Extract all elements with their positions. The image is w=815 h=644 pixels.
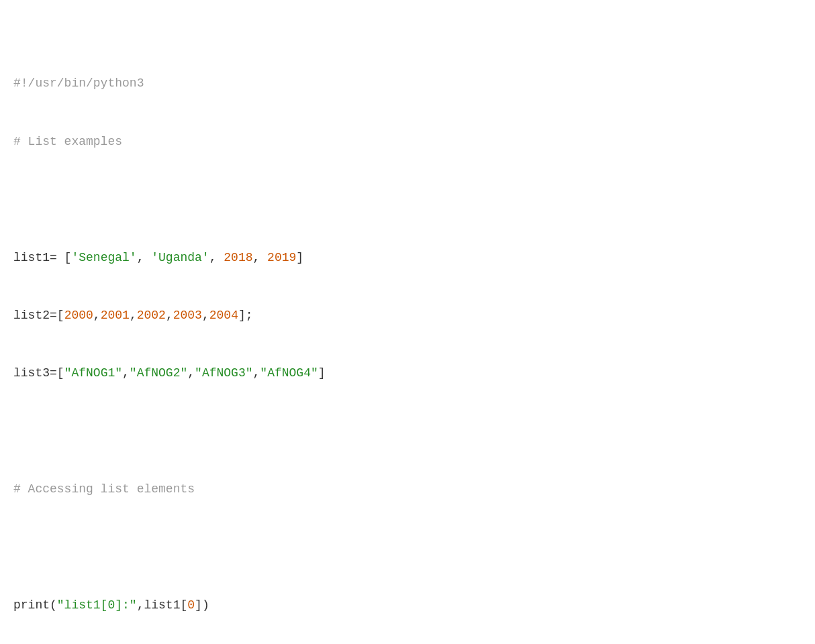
line-print1: print("list1[0]:",list1[0]) [13, 596, 802, 615]
line-blank3 [13, 538, 802, 557]
line-shebang: #!/usr/bin/python3 [13, 74, 802, 93]
line-blank2 [13, 422, 802, 441]
line-list3: list3=["AfNOG1","AfNOG2","AfNOG3","AfNOG… [13, 364, 802, 383]
line-list1: list1= ['Senegal', 'Uganda', 2018, 2019] [13, 248, 802, 268]
code-editor: #!/usr/bin/python3 # List examples list1… [13, 16, 802, 644]
line-comment2: # Accessing list elements [13, 480, 802, 499]
comment1-text: # List examples [13, 135, 122, 148]
line-blank1 [13, 190, 802, 209]
shebang-text: #!/usr/bin/python3 [13, 76, 144, 90]
line-list2: list2=[2000,2001,2002,2003,2004]; [13, 306, 802, 325]
line-comment1: # List examples [13, 132, 802, 152]
